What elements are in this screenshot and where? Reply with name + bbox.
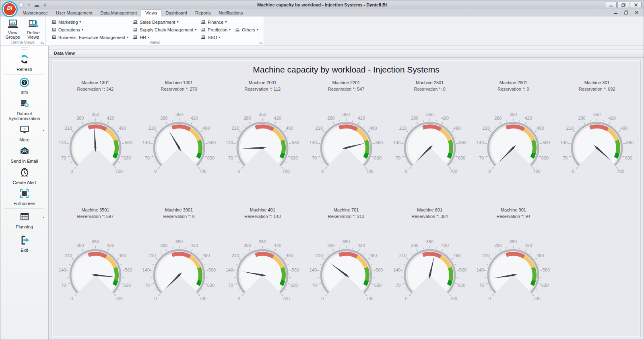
gauge-visual: 070140210280350420490560630700 (55, 91, 136, 176)
gauge-band (198, 280, 200, 285)
dialog-launcher-icon[interactable] (259, 41, 263, 45)
sidebar-item-info[interactable]: ?Info (0, 75, 48, 96)
sidebar-item-exit[interactable]: Exit (0, 233, 48, 254)
svg-text:630: 630 (541, 283, 549, 288)
define-views-button[interactable]: Define Views (24, 18, 43, 39)
svg-text:210: 210 (316, 253, 323, 258)
svg-text:350: 350 (175, 112, 182, 117)
view-button-sales-department[interactable]: Sales Department▾ (131, 18, 198, 26)
view-button-finance[interactable]: Finance▾ (199, 18, 232, 26)
dropdown-caret-icon[interactable] (41, 128, 45, 132)
tab-views[interactable]: Views (141, 9, 161, 17)
svg-text:?: ? (23, 80, 25, 85)
svg-text:560: 560 (543, 267, 550, 272)
dialog-launcher-icon[interactable] (41, 41, 45, 45)
create-alert-icon (19, 167, 30, 178)
sidebar-item-planning[interactable]: Planning (0, 209, 48, 231)
send-email-icon (19, 146, 30, 156)
titlebar: BI Machine capacity by workload - Inject… (0, 0, 644, 9)
svg-text:140: 140 (477, 140, 484, 145)
svg-text:140: 140 (477, 267, 484, 272)
svg-text:630: 630 (541, 155, 549, 160)
svg-text:420: 420 (274, 243, 281, 248)
view-button-label: Prediction (208, 27, 227, 32)
restore-button[interactable] (617, 2, 629, 8)
machine-name: Machine 2201 (332, 80, 360, 85)
close-button[interactable] (630, 2, 642, 8)
svg-text:0: 0 (405, 169, 407, 174)
svg-text:280: 280 (495, 243, 502, 248)
svg-text:70: 70 (312, 155, 317, 160)
view-button-marketing[interactable]: Marketing▾ (50, 18, 130, 26)
svg-text:420: 420 (357, 243, 365, 248)
tab-notifications[interactable]: Notifications (215, 10, 247, 17)
svg-text:210: 210 (65, 126, 72, 131)
sidebar-item-more[interactable]: More (0, 122, 48, 144)
svg-text:350: 350 (259, 112, 266, 117)
minimize-button[interactable] (605, 2, 617, 8)
mdi-window-controls (614, 10, 639, 15)
svg-text:490: 490 (286, 126, 293, 131)
svg-text:210: 210 (483, 253, 490, 258)
dropdown-caret-icon: ▾ (229, 28, 231, 31)
sidebar-item-label: Dataset Synchronization (1, 111, 47, 121)
dropdown-caret-icon[interactable] (27, 3, 31, 7)
svg-text:630: 630 (625, 155, 632, 160)
machine-name: Machine 2001 (249, 80, 277, 85)
view-button-supply-chain-management[interactable]: Supply Chain Management▾ (131, 26, 198, 33)
laptop-icon (200, 19, 206, 25)
more-icon (19, 124, 30, 135)
sidebar-item-dataset-synchronization[interactable]: Dataset Synchronization (0, 96, 48, 122)
tab-data-management[interactable]: Data Management (97, 10, 141, 17)
gauge-machine-1301: Machine 1301Reservation *: 3420701402102… (54, 75, 137, 176)
gauge-band (616, 153, 617, 158)
sidebar-item-send-in-email[interactable]: Send in Email (0, 144, 48, 165)
view-button-operations[interactable]: Operations▾ (50, 26, 130, 33)
svg-text:560: 560 (208, 267, 215, 272)
ribbon-group-label-define-views: Define Views (0, 40, 45, 46)
gauge-dial: 070140210280350420490560630700 (139, 111, 219, 176)
view-button-others[interactable]: Others▾ (233, 26, 260, 33)
sidebar-grip[interactable] (21, 48, 28, 50)
tab-dashboard[interactable]: Dashboard (161, 10, 191, 17)
gauge-dial: 070140210280350420490560630700 (222, 238, 303, 303)
fullscreen-icon (19, 189, 29, 199)
mdi-restore-button[interactable] (624, 10, 628, 15)
mdi-close-button[interactable] (635, 10, 639, 15)
svg-text:70: 70 (61, 283, 66, 288)
sidebar-item-full-screen[interactable]: Full screen (0, 187, 48, 207)
svg-text:280: 280 (244, 116, 251, 120)
svg-text:490: 490 (202, 126, 210, 131)
gauge-band (365, 153, 367, 158)
sidebar-item-refresh[interactable]: Refresh (0, 52, 48, 73)
view-groups-button[interactable]: View Groups (3, 18, 22, 39)
svg-text:420: 420 (441, 243, 448, 248)
sidebar-item-create-alert[interactable]: Create Alert (0, 165, 48, 187)
ribbon-collapse-icon[interactable] (43, 2, 47, 7)
reservation-value: Reservation *: 384 (411, 214, 448, 219)
svg-text:350: 350 (259, 239, 266, 244)
tab-user-management[interactable]: User Management (52, 10, 97, 17)
svg-text:280: 280 (76, 116, 84, 120)
webcam-icon[interactable] (34, 2, 40, 8)
svg-text:0: 0 (238, 296, 240, 301)
svg-text:700: 700 (533, 169, 541, 174)
machine-name: Machine 301 (584, 80, 610, 85)
svg-text:630: 630 (207, 283, 214, 288)
dropdown-caret-icon[interactable] (41, 215, 45, 219)
svg-text:140: 140 (142, 267, 149, 272)
svg-text:70: 70 (144, 283, 149, 288)
main-panel: Data View Machine capacity by workload -… (49, 46, 644, 340)
tab-reports[interactable]: Reports (191, 10, 215, 17)
svg-text:350: 350 (92, 239, 99, 244)
view-button-prediction[interactable]: Prediction▾ (199, 26, 232, 33)
svg-text:420: 420 (441, 116, 448, 120)
machine-name: Machine 1301 (81, 80, 109, 85)
tab-maintenance[interactable]: Maintenance (19, 10, 52, 17)
svg-text:210: 210 (566, 126, 574, 131)
svg-text:560: 560 (125, 140, 132, 145)
svg-text:140: 140 (59, 267, 66, 272)
mdi-minimize-button[interactable] (614, 10, 618, 15)
svg-text:630: 630 (458, 155, 465, 160)
user-sphere-icon[interactable] (18, 2, 24, 8)
